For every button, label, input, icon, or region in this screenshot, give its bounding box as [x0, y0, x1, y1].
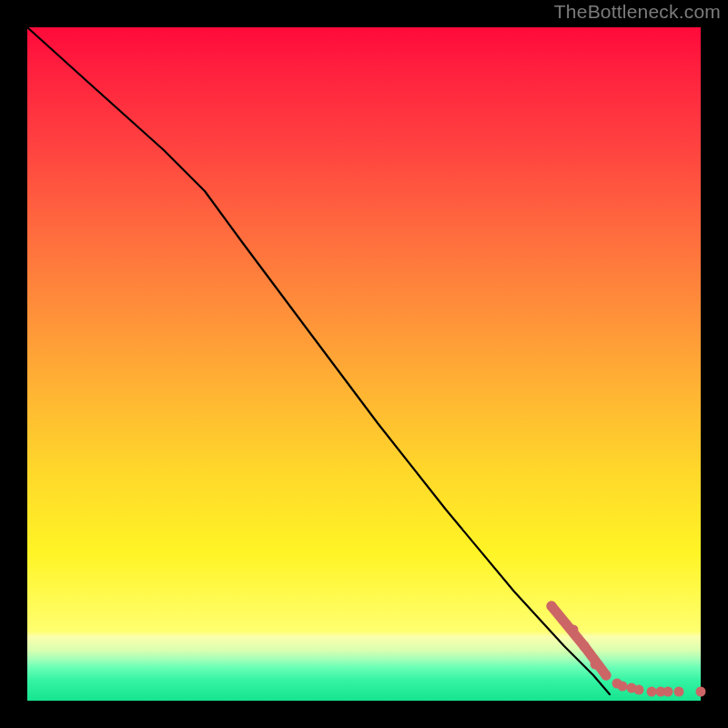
- plot-area: [27, 27, 701, 701]
- red-dot: [663, 687, 673, 697]
- red-dot: [696, 687, 706, 697]
- chart-frame: TheBottleneck.com: [0, 0, 728, 728]
- red-dot: [618, 682, 628, 692]
- red-dot: [547, 602, 557, 612]
- black-curve: [27, 27, 610, 694]
- red-dot: [580, 642, 590, 652]
- red-thick-line: [551, 606, 584, 646]
- red-dot: [634, 685, 644, 695]
- red-dot: [591, 660, 601, 670]
- red-dot: [569, 625, 579, 635]
- red-dot: [647, 687, 657, 697]
- watermark-text: TheBottleneck.com: [554, 1, 721, 23]
- red-dot: [602, 671, 612, 681]
- red-dots: [547, 602, 706, 697]
- chart-overlay: [27, 27, 701, 701]
- red-dot: [674, 687, 684, 697]
